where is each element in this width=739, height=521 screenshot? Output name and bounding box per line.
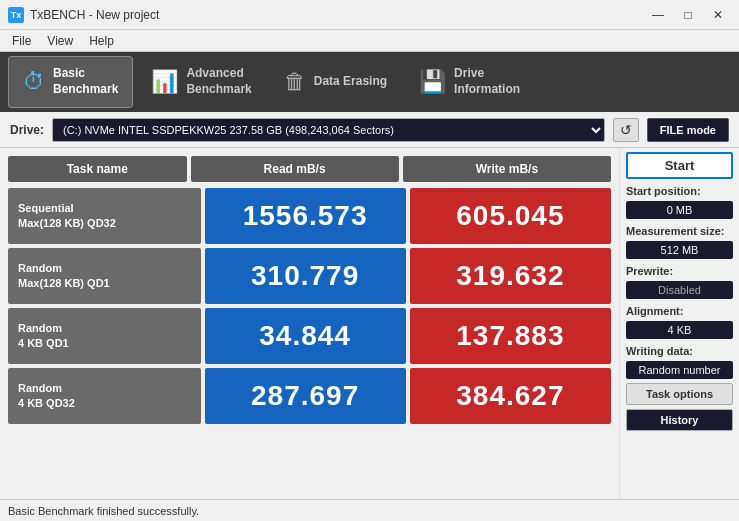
advanced-benchmark-label: AdvancedBenchmark xyxy=(186,66,251,97)
drive-select[interactable]: (C:) NVMe INTEL SSDPEKKW25 237.58 GB (49… xyxy=(52,118,605,142)
history-button[interactable]: History xyxy=(626,409,733,431)
prewrite-value: Disabled xyxy=(626,281,733,299)
read-value-random-4kb-qd1: 34.844 xyxy=(205,308,406,364)
app-icon: Tx xyxy=(8,7,24,23)
tab-advanced-benchmark[interactable]: 📊 AdvancedBenchmark xyxy=(137,56,265,108)
sidebar: Start Start position: 0 MB Measurement s… xyxy=(619,148,739,499)
window-title: TxBENCH - New project xyxy=(30,8,159,22)
measurement-size-value: 512 MB xyxy=(626,241,733,259)
drive-information-label: DriveInformation xyxy=(454,66,520,97)
maximize-button[interactable]: □ xyxy=(675,5,701,25)
menu-help[interactable]: Help xyxy=(81,32,122,50)
status-bar: Basic Benchmark finished successfully. xyxy=(0,499,739,521)
bench-header: Task name Read mB/s Write mB/s xyxy=(8,156,611,182)
task-options-button[interactable]: Task options xyxy=(626,383,733,405)
header-read: Read mB/s xyxy=(191,156,399,182)
window-controls: — □ ✕ xyxy=(645,5,731,25)
bench-row-random-4kb-qd32: Random 4 KB QD32 287.697 384.627 xyxy=(8,368,611,424)
title-bar-left: Tx TxBENCH - New project xyxy=(8,7,159,23)
benchmark-section: Task name Read mB/s Write mB/s Sequentia… xyxy=(0,148,619,499)
basic-benchmark-label: BasicBenchmark xyxy=(53,66,118,97)
menu-view[interactable]: View xyxy=(39,32,81,50)
writing-data-label: Writing data: xyxy=(626,345,733,357)
alignment-value: 4 KB xyxy=(626,321,733,339)
advanced-benchmark-icon: 📊 xyxy=(151,69,178,95)
task-name-sequential: Sequential Max(128 KB) QD32 xyxy=(8,188,201,244)
prewrite-label: Prewrite: xyxy=(626,265,733,277)
write-value-random-128kb: 319.632 xyxy=(410,248,611,304)
bench-row-random-128kb: Random Max(128 KB) QD1 310.779 319.632 xyxy=(8,248,611,304)
toolbar: ⏱ BasicBenchmark 📊 AdvancedBenchmark 🗑 D… xyxy=(0,52,739,112)
status-text: Basic Benchmark finished successfully. xyxy=(8,505,199,517)
drive-bar: Drive: (C:) NVMe INTEL SSDPEKKW25 237.58… xyxy=(0,112,739,148)
measurement-size-label: Measurement size: xyxy=(626,225,733,237)
header-write: Write mB/s xyxy=(403,156,611,182)
read-value-random-128kb: 310.779 xyxy=(205,248,406,304)
title-bar: Tx TxBENCH - New project — □ ✕ xyxy=(0,0,739,30)
start-position-value: 0 MB xyxy=(626,201,733,219)
menu-file[interactable]: File xyxy=(4,32,39,50)
drive-information-icon: 💾 xyxy=(419,69,446,95)
alignment-label: Alignment: xyxy=(626,305,733,317)
data-erasing-icon: 🗑 xyxy=(284,69,306,95)
tab-basic-benchmark[interactable]: ⏱ BasicBenchmark xyxy=(8,56,133,108)
drive-refresh-button[interactable]: ↺ xyxy=(613,118,639,142)
tab-drive-information[interactable]: 💾 DriveInformation xyxy=(405,56,534,108)
write-value-sequential: 605.045 xyxy=(410,188,611,244)
menu-bar: File View Help xyxy=(0,30,739,52)
read-value-random-4kb-qd32: 287.697 xyxy=(205,368,406,424)
data-erasing-label: Data Erasing xyxy=(314,74,387,90)
bench-row-sequential: Sequential Max(128 KB) QD32 1556.573 605… xyxy=(8,188,611,244)
start-button[interactable]: Start xyxy=(626,152,733,179)
write-value-random-4kb-qd32: 384.627 xyxy=(410,368,611,424)
file-mode-button[interactable]: FILE mode xyxy=(647,118,729,142)
minimize-button[interactable]: — xyxy=(645,5,671,25)
tab-data-erasing[interactable]: 🗑 Data Erasing xyxy=(270,56,401,108)
start-position-label: Start position: xyxy=(626,185,733,197)
drive-label: Drive: xyxy=(10,123,44,137)
main-area: Task name Read mB/s Write mB/s Sequentia… xyxy=(0,148,739,499)
header-task-name: Task name xyxy=(8,156,187,182)
read-value-sequential: 1556.573 xyxy=(205,188,406,244)
basic-benchmark-icon: ⏱ xyxy=(23,69,45,95)
close-button[interactable]: ✕ xyxy=(705,5,731,25)
task-name-random-4kb-qd32: Random 4 KB QD32 xyxy=(8,368,201,424)
task-name-random-4kb-qd1: Random 4 KB QD1 xyxy=(8,308,201,364)
task-name-random-128kb: Random Max(128 KB) QD1 xyxy=(8,248,201,304)
write-value-random-4kb-qd1: 137.883 xyxy=(410,308,611,364)
writing-data-value: Random number xyxy=(626,361,733,379)
bench-row-random-4kb-qd1: Random 4 KB QD1 34.844 137.883 xyxy=(8,308,611,364)
